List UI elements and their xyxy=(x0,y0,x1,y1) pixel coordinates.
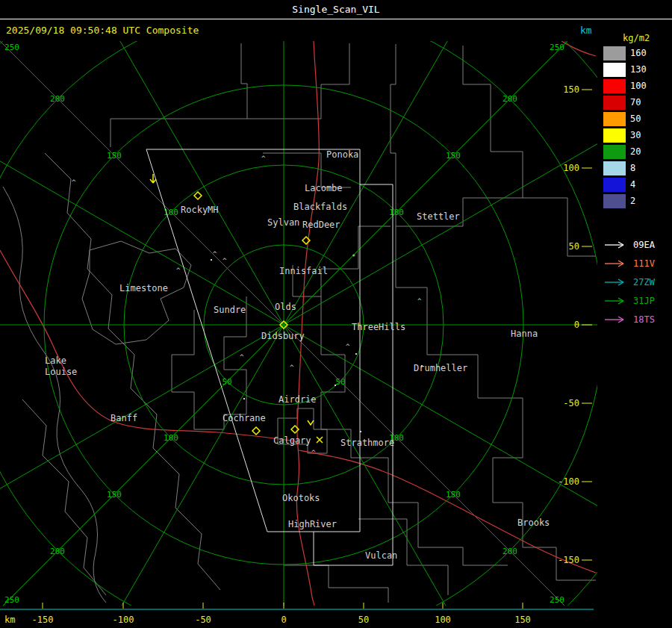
legend-value: 8 xyxy=(630,161,635,175)
legend-row: 8 xyxy=(603,161,672,175)
legend-unit-label: kg/m2 xyxy=(623,33,650,43)
city-label-lacombe: Lacombe xyxy=(305,183,343,193)
right-axis-tick: -50 xyxy=(563,398,579,408)
site-arrow-icon xyxy=(603,315,632,324)
legend-swatch xyxy=(603,194,626,208)
city-label-vulcan: Vulcan xyxy=(365,550,397,561)
radar-site-legend-row: 09EA xyxy=(603,239,672,251)
radar-site-id: 27ZW xyxy=(633,276,655,288)
right-axis-tick: 0 xyxy=(574,320,579,330)
city-label-stettler: Stettler xyxy=(417,211,460,222)
legend-swatch xyxy=(603,63,626,77)
bottom-axis-tick: -100 xyxy=(113,615,134,625)
city-label-strathmore: Strathmore xyxy=(340,438,394,448)
bottom-axis-tick: 50 xyxy=(358,615,369,625)
svg-text:^: ^ xyxy=(346,343,350,350)
legend-swatch xyxy=(603,161,626,175)
city-label-reddeer: RedDeer xyxy=(302,220,340,230)
radar-site-legend-row: 111V xyxy=(603,258,672,270)
site-arrow-icon xyxy=(603,240,632,249)
legend-swatch xyxy=(603,145,626,159)
radar-site-legend-row: 27ZW xyxy=(603,276,672,288)
svg-text:^: ^ xyxy=(311,449,316,456)
legend-swatch xyxy=(603,112,626,126)
legend-swatch xyxy=(603,128,626,143)
bottom-axis-tick: 0 xyxy=(281,615,286,625)
legend-value: 2 xyxy=(630,194,635,208)
ring-label: 250 xyxy=(550,43,564,52)
map-canvas: 50 50 100 100 100 100 150 150 150 150 20… xyxy=(0,41,597,628)
legend-row: 4 xyxy=(603,178,672,192)
legend-row: 30 xyxy=(603,128,672,143)
scan-timestamp: 2025/09/18 09:50:48 UTC Composite xyxy=(6,25,199,36)
city-label-banff: Banff xyxy=(111,413,137,423)
ring-label: 100 xyxy=(389,208,404,217)
ring-label: 250 xyxy=(4,43,19,52)
city-label-drumheller: Drumheller xyxy=(414,363,467,373)
city-label-innisfail: Innisfail xyxy=(279,266,328,276)
bottom-axis-tick: -50 xyxy=(195,615,211,625)
city-label-brooks: Brooks xyxy=(517,517,550,528)
ring-label: 150 xyxy=(107,490,122,500)
site-arrow-icon xyxy=(603,259,632,268)
site-arrow-icon xyxy=(603,278,632,287)
ring-label: 50 xyxy=(335,377,345,387)
bottom-km-axis: -150 -100 -50 0 50 100 150 km xyxy=(0,603,594,625)
ring-label: 200 xyxy=(50,94,65,104)
ring-label: 200 xyxy=(50,547,65,556)
ring-label: 250 xyxy=(550,595,564,605)
ring-label: 150 xyxy=(107,151,122,161)
radar-site-id: 111V xyxy=(633,258,655,270)
legend-value: 20 xyxy=(630,145,641,159)
radar-site-marker xyxy=(194,192,202,199)
radar-site-id: 09EA xyxy=(633,239,655,251)
legend-panel: kg/m2 160 130 100 70 50 30 20 8 4 2 09EA… xyxy=(597,22,672,628)
right-axis-tick: -150 xyxy=(558,555,579,565)
city-label-sylvan: Sylvan xyxy=(267,217,299,228)
bottom-axis-unit: km xyxy=(4,615,15,625)
city-label-lake: Lake xyxy=(45,355,66,366)
bottom-axis-tick: 150 xyxy=(514,615,531,625)
city-label-olds: Olds xyxy=(275,302,296,312)
ring-label: 250 xyxy=(4,595,19,605)
legend-row: 20 xyxy=(603,145,672,159)
city-label-calgary: Calgary xyxy=(273,435,311,446)
city-label-blackfalds: Blackfalds xyxy=(293,202,347,212)
ring-label: 100 xyxy=(164,208,178,217)
svg-text:*: * xyxy=(352,253,355,261)
legend-value: 30 xyxy=(630,128,641,143)
legend-row: 130 xyxy=(603,63,672,77)
right-axis-tick: 50 xyxy=(569,241,579,252)
legend-row: 160 xyxy=(603,46,672,60)
radar-app-window: { "window": { "title": "Single_Scan_VIL"… xyxy=(0,0,672,628)
legend-swatch xyxy=(603,79,626,93)
city-label-threehills: ThreeHills xyxy=(352,322,405,332)
right-axis-tick: 100 xyxy=(563,163,579,173)
right-axis-tick: 150 xyxy=(563,84,579,95)
ring-label: 50 xyxy=(222,377,231,387)
site-arrow-icon xyxy=(603,296,632,305)
legend-swatch xyxy=(603,178,626,192)
legend-swatch xyxy=(603,96,626,110)
city-label-cochrane: Cochrane xyxy=(223,413,266,423)
radar-site-marker xyxy=(252,427,260,435)
bottom-axis-tick: 100 xyxy=(435,615,451,625)
right-axis-unit: km xyxy=(580,25,592,36)
legend-row: 50 xyxy=(603,112,672,126)
city-label-rockymh: RockyMH xyxy=(181,205,219,215)
legend-swatch xyxy=(603,46,626,60)
legend-row: 100 xyxy=(603,79,672,93)
legend-row: 2 xyxy=(603,194,672,208)
svg-text:^: ^ xyxy=(72,178,76,186)
svg-text:^: ^ xyxy=(176,267,181,274)
city-label-didsbury: Didsbury xyxy=(261,331,305,341)
right-axis-tick: -100 xyxy=(558,476,579,487)
legend-value: 100 xyxy=(630,79,647,93)
radar-map: 50 50 100 100 100 100 150 150 150 150 20… xyxy=(0,41,597,628)
ring-label: 150 xyxy=(446,490,461,500)
city-label-limestone: Limestone xyxy=(119,283,168,293)
svg-text:^: ^ xyxy=(213,250,217,258)
city-label-airdrie: Airdrie xyxy=(279,394,317,405)
svg-text:^: ^ xyxy=(290,364,294,371)
ring-label: 200 xyxy=(503,547,517,556)
